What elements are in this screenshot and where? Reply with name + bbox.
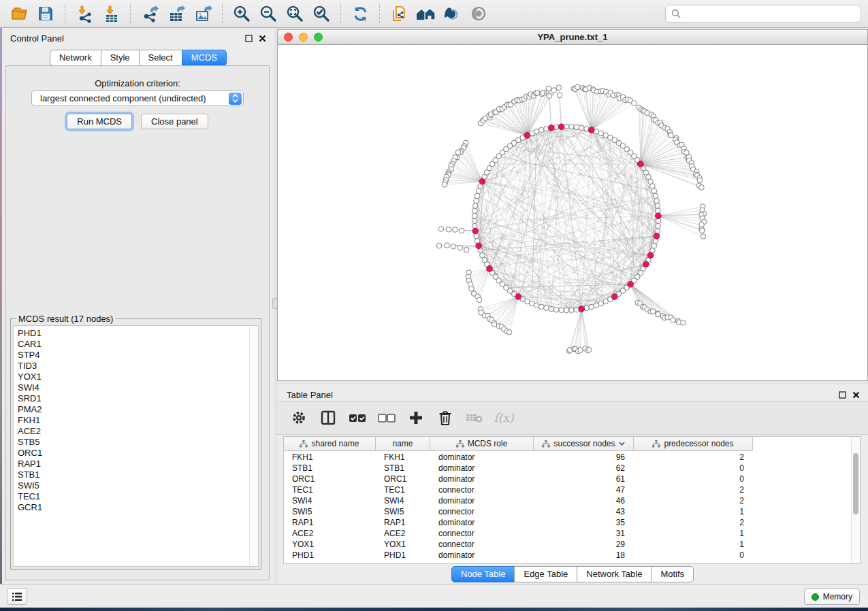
mcds-panel-body: Optimization criterion: largest connecte… bbox=[5, 65, 270, 580]
select-all-rows-button[interactable] bbox=[348, 408, 367, 427]
table-row[interactable]: SWI5SWI5connector431 bbox=[284, 506, 850, 517]
function-builder-button[interactable]: f(x) bbox=[494, 408, 513, 427]
column-header-predecessor-nodes[interactable]: predecessor nodes bbox=[634, 437, 753, 450]
table-row[interactable]: TEC1TEC1connector472 bbox=[284, 484, 850, 495]
open-file-button[interactable] bbox=[7, 2, 31, 25]
cell-successor-nodes: 61 bbox=[534, 474, 634, 484]
save-session-button[interactable] bbox=[33, 2, 58, 25]
table-row[interactable]: YOX1YOX1connector291 bbox=[284, 539, 850, 550]
column-header-successor-nodes[interactable]: successor nodes bbox=[534, 437, 634, 450]
tab-motifs[interactable]: Motifs bbox=[651, 566, 694, 582]
mcds-result-item[interactable]: SWI4 bbox=[18, 382, 258, 393]
zoom-in-icon bbox=[232, 4, 251, 23]
cell-successor-nodes: 35 bbox=[534, 517, 634, 528]
mcds-result-item[interactable]: STP4 bbox=[18, 350, 258, 361]
float-panel-icon[interactable] bbox=[839, 391, 846, 399]
zoom-selected-button[interactable] bbox=[309, 2, 334, 25]
delete-columns-button[interactable] bbox=[436, 408, 455, 427]
delete-table-button[interactable] bbox=[465, 408, 484, 427]
show-all-button[interactable] bbox=[466, 2, 491, 25]
clone-network-button[interactable] bbox=[387, 2, 411, 25]
tab-network[interactable]: Network bbox=[50, 50, 101, 66]
tab-node-table[interactable]: Node Table bbox=[451, 566, 515, 582]
mcds-result-item[interactable]: SRD1 bbox=[18, 393, 258, 404]
tab-mcds[interactable]: MCDS bbox=[182, 50, 227, 66]
table-row[interactable]: SWI4SWI4dominator462 bbox=[284, 495, 850, 506]
main-toolbar bbox=[0, 0, 868, 28]
mcds-result-item[interactable]: FKH1 bbox=[18, 415, 258, 426]
scrollbar-thumb[interactable] bbox=[853, 453, 858, 514]
cell-successor-nodes: 31 bbox=[534, 528, 634, 539]
hide-selected-button[interactable] bbox=[440, 2, 464, 25]
import-table-button[interactable] bbox=[99, 2, 123, 25]
attribute-type-icon bbox=[542, 440, 550, 448]
mcds-result-list[interactable]: PHD1CAR1STP4TID3YOX1SWI4SRD1PMA2FKH1ACE2… bbox=[13, 325, 259, 567]
cell-successor-nodes: 29 bbox=[534, 539, 634, 550]
cell-successor-nodes: 46 bbox=[534, 495, 634, 506]
memory-button[interactable]: Memory bbox=[804, 589, 860, 605]
toolbar-separator bbox=[222, 4, 223, 23]
table-scrollbar[interactable] bbox=[851, 437, 860, 563]
network-window-titlebar[interactable]: YPA_prune.txt_1 bbox=[277, 29, 868, 45]
mcds-result-item[interactable]: CAR1 bbox=[18, 339, 258, 350]
cell-predecessor-nodes: 0 bbox=[634, 550, 753, 561]
tab-network-table[interactable]: Network Table bbox=[577, 566, 652, 582]
float-panel-icon[interactable] bbox=[245, 35, 253, 42]
mcds-result-item[interactable]: PHD1 bbox=[18, 328, 258, 339]
memory-label: Memory bbox=[823, 592, 852, 601]
optimization-criterion-select[interactable]: largest connected component (undirected) bbox=[31, 90, 244, 106]
table-row[interactable]: ACE2ACE2connector311 bbox=[284, 528, 850, 539]
deselect-all-rows-button[interactable] bbox=[377, 408, 396, 427]
first-neighbors-button[interactable] bbox=[413, 2, 438, 25]
table-row[interactable]: ORC1ORC1dominator610 bbox=[284, 474, 850, 484]
mcds-result-item[interactable]: STB1 bbox=[18, 469, 258, 480]
tab-edge-table[interactable]: Edge Table bbox=[514, 566, 577, 582]
mcds-result-item[interactable]: RAP1 bbox=[18, 459, 258, 469]
column-header-name[interactable]: name bbox=[376, 437, 430, 450]
network-canvas[interactable] bbox=[277, 45, 868, 381]
cell-predecessor-nodes: 1 bbox=[634, 506, 753, 517]
column-header-shared-name[interactable]: shared name bbox=[284, 437, 376, 450]
tab-style[interactable]: Style bbox=[101, 50, 140, 66]
close-panel-button[interactable]: Close panel bbox=[141, 114, 208, 129]
list-scrollbar[interactable] bbox=[249, 327, 257, 565]
task-history-button[interactable] bbox=[7, 588, 27, 605]
mcds-result-item[interactable]: ORC1 bbox=[18, 448, 258, 459]
import-network-button[interactable] bbox=[72, 2, 97, 25]
create-column-button[interactable] bbox=[406, 408, 425, 427]
mcds-result-item[interactable]: TID3 bbox=[18, 361, 258, 371]
close-panel-icon[interactable] bbox=[259, 35, 266, 42]
mcds-result-item[interactable]: SWI5 bbox=[18, 480, 258, 491]
mcds-result-item[interactable]: YOX1 bbox=[18, 371, 258, 382]
table-row[interactable]: FKH1FKH1dominator962 bbox=[284, 452, 850, 463]
toolbar-separator bbox=[130, 4, 131, 23]
table-settings-button[interactable] bbox=[289, 408, 308, 427]
table-row[interactable]: PHD1PHD1dominator180 bbox=[284, 550, 850, 561]
cell-name: STB1 bbox=[376, 463, 430, 474]
export-network-button[interactable] bbox=[138, 2, 162, 25]
table-row[interactable]: STB1STB1dominator620 bbox=[284, 463, 850, 474]
column-layout-button[interactable] bbox=[319, 408, 338, 427]
search-input[interactable] bbox=[685, 9, 855, 19]
export-image-button[interactable] bbox=[191, 2, 215, 25]
table-row[interactable]: RAP1RAP1dominator352 bbox=[284, 517, 850, 528]
mcds-result-item[interactable]: ACE2 bbox=[18, 426, 258, 437]
mcds-result-item[interactable]: GCR1 bbox=[18, 502, 258, 513]
mcds-result-item[interactable]: PMA2 bbox=[18, 404, 258, 415]
minimize-window-button[interactable] bbox=[299, 33, 308, 42]
zoom-out-button[interactable] bbox=[256, 2, 280, 25]
tab-select[interactable]: Select bbox=[139, 50, 182, 66]
run-mcds-button[interactable]: Run MCDS bbox=[67, 114, 132, 129]
maximize-window-button[interactable] bbox=[314, 33, 323, 42]
close-panel-icon[interactable] bbox=[852, 391, 860, 399]
zoom-in-button[interactable] bbox=[229, 2, 254, 25]
export-table-button[interactable] bbox=[164, 2, 189, 25]
apply-layout-button[interactable] bbox=[348, 2, 372, 25]
column-header-MCDS-role[interactable]: MCDS role bbox=[430, 437, 534, 450]
mcds-result-item[interactable]: TEC1 bbox=[18, 491, 258, 502]
zoom-fit-button[interactable] bbox=[283, 2, 307, 25]
cell-predecessor-nodes: 2 bbox=[634, 484, 753, 495]
table-panel-title: Table Panel bbox=[287, 390, 333, 400]
mcds-result-item[interactable]: STB5 bbox=[18, 437, 258, 448]
close-window-button[interactable] bbox=[284, 33, 293, 42]
